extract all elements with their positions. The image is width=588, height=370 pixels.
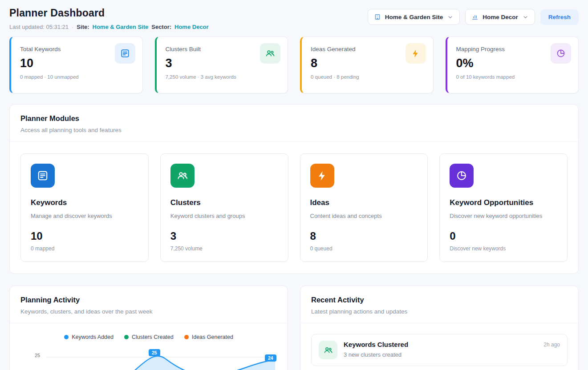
stat-card-clusters-built: Clusters Built 3 7,250 volume · 3 avg ke… — [155, 36, 288, 93]
stat-sub: 0 queued · 8 pending — [311, 74, 426, 80]
recent-activity-header: Recent Activity Latest planning actions … — [300, 286, 578, 323]
users-icon — [170, 164, 195, 188]
planning-activity-body: Keywords Added Clusters Created Ideas Ge… — [10, 323, 288, 370]
section-subtitle: Latest planning actions and updates — [311, 308, 568, 315]
stat-value: 8 — [311, 56, 356, 70]
section-subtitle: Access all planning tools and features — [20, 127, 568, 133]
activity-text: Keywords Clustered 3 new clusters create… — [344, 341, 408, 358]
stat-sub: 7,250 volume · 3 avg keywords — [166, 74, 281, 80]
legend-dot-blue — [64, 335, 69, 339]
module-sub: 0 mapped — [31, 245, 138, 252]
activity-item-keywords-clustered[interactable]: Keywords Clustered 3 new clusters create… — [311, 334, 568, 366]
legend-label: Ideas Generated — [192, 334, 233, 340]
module-title: Ideas — [310, 198, 418, 207]
sector-link[interactable]: Home Decor — [174, 24, 209, 30]
meta-separator: · — [72, 24, 73, 30]
legend-item-ideas-generated: Ideas Generated — [184, 334, 233, 340]
users-icon — [260, 43, 280, 64]
stat-label: Mapping Progress — [456, 46, 505, 52]
legend-item-keywords-added: Keywords Added — [64, 334, 114, 340]
section-title: Recent Activity — [311, 296, 568, 304]
module-value: 0 — [450, 230, 557, 242]
module-value: 10 — [31, 230, 138, 242]
bottom-row: Planning Activity Keywords, clusters, an… — [9, 286, 579, 370]
section-subtitle: Keywords, clusters, and ideas over the p… — [20, 308, 277, 315]
planning-activity-header: Planning Activity Keywords, clusters, an… — [10, 286, 288, 323]
chevron-down-icon — [522, 14, 529, 20]
refresh-button[interactable]: Refresh — [540, 9, 579, 25]
stat-sub: 0 of 10 keywords mapped — [456, 74, 572, 80]
recent-activity-panel: Recent Activity Latest planning actions … — [300, 286, 579, 370]
module-sub: 0 queued — [310, 245, 418, 252]
legend-label: Keywords Added — [72, 334, 114, 340]
sector-selector-dropdown[interactable]: Home Decor — [465, 9, 535, 25]
site-link[interactable]: Home & Garden Site — [93, 24, 149, 30]
data-point-label: 25 — [149, 349, 160, 356]
planner-dashboard-page: Planner Dashboard Last updated: 05:31:21… — [0, 0, 588, 370]
stat-label: Ideas Generated — [311, 46, 356, 52]
activity-title: Keywords Clustered — [344, 341, 408, 348]
stat-card-ideas-generated: Ideas Generated 8 0 queued · 8 pending — [300, 36, 434, 93]
lightning-icon — [310, 164, 334, 188]
stat-value: 0% — [456, 56, 505, 70]
module-title: Keyword Opportunities — [450, 198, 557, 207]
legend-item-clusters-created: Clusters Created — [124, 334, 174, 340]
legend-label: Clusters Created — [132, 334, 174, 340]
page-header: Planner Dashboard Last updated: 05:31:21… — [9, 7, 579, 30]
module-sub: 7,250 volume — [170, 245, 278, 252]
chart-canvas — [46, 347, 275, 370]
pie-chart-icon — [450, 164, 474, 188]
site-label: Site: — [77, 24, 89, 30]
module-value: 8 — [310, 230, 418, 242]
stats-row: Total Keywords 10 0 mapped · 10 unmapped… — [9, 36, 579, 93]
module-title: Clusters — [170, 198, 278, 207]
module-card-clusters[interactable]: Clusters Keyword clusters and groups 3 7… — [160, 153, 288, 262]
module-card-keywords[interactable]: Keywords Manage and discover keywords 10… — [20, 153, 149, 262]
module-description: Discover new keyword opportunities — [450, 213, 557, 219]
chart-legend: Keywords Added Clusters Created Ideas Ge… — [20, 334, 277, 340]
module-description: Manage and discover keywords — [31, 213, 138, 219]
sector-selector-label: Home Decor — [483, 14, 518, 20]
activity-description: 3 new clusters created — [344, 351, 408, 358]
site-selector-dropdown[interactable]: Home & Garden Site — [368, 9, 460, 25]
activity-timestamp: 2h ago — [543, 341, 560, 348]
stat-card-total-keywords: Total Keywords 10 0 mapped · 10 unmapped — [9, 36, 143, 93]
meta-line: Last updated: 05:31:21 · Site: Home & Ga… — [9, 24, 209, 30]
legend-dot-orange — [184, 335, 189, 339]
last-updated-text: Last updated: 05:31:21 — [9, 24, 69, 30]
planner-modules-panel: Planner Modules Access all planning tool… — [9, 104, 579, 274]
building-icon — [374, 13, 381, 20]
line-chart[interactable]: 25 25 24 — [20, 347, 277, 370]
section-title: Planner Modules — [20, 114, 568, 123]
module-value: 3 — [170, 230, 278, 242]
stat-card-mapping-progress: Mapping Progress 0% 0 of 10 keywords map… — [446, 36, 579, 93]
module-title: Keywords — [31, 198, 138, 207]
planning-activity-panel: Planning Activity Keywords, clusters, an… — [9, 286, 288, 370]
bar-chart-icon — [471, 13, 479, 20]
module-description: Keyword clusters and groups — [170, 213, 278, 219]
header-controls: Home & Garden Site Home Decor Refresh — [368, 9, 579, 25]
legend-dot-green — [124, 335, 129, 339]
stat-label: Total Keywords — [20, 46, 61, 52]
stat-value: 3 — [166, 56, 201, 70]
document-icon — [115, 43, 135, 64]
site-selector-label: Home & Garden Site — [385, 14, 443, 20]
lightning-icon — [406, 43, 426, 64]
module-card-ideas[interactable]: Ideas Content ideas and concepts 8 0 que… — [300, 153, 428, 262]
module-card-keyword-opportunities[interactable]: Keyword Opportunities Discover new keywo… — [439, 153, 568, 262]
modules-grid: Keywords Manage and discover keywords 10… — [10, 142, 578, 273]
recent-activity-body: Keywords Clustered 3 new clusters create… — [300, 323, 578, 370]
y-axis-tick: 25 — [35, 353, 40, 358]
data-point-label: 24 — [265, 354, 276, 362]
users-icon — [319, 341, 337, 359]
pie-chart-icon — [551, 43, 571, 64]
chevron-down-icon — [447, 14, 454, 20]
document-icon — [31, 164, 55, 188]
stat-sub: 0 mapped · 10 unmapped — [20, 74, 135, 80]
stat-label: Clusters Built — [166, 46, 201, 52]
header-left: Planner Dashboard Last updated: 05:31:21… — [9, 7, 209, 30]
section-title: Planning Activity — [20, 296, 277, 304]
planner-modules-header: Planner Modules Access all planning tool… — [10, 105, 578, 142]
stat-value: 10 — [20, 56, 61, 70]
module-sub: Discover new keywords — [450, 245, 557, 252]
